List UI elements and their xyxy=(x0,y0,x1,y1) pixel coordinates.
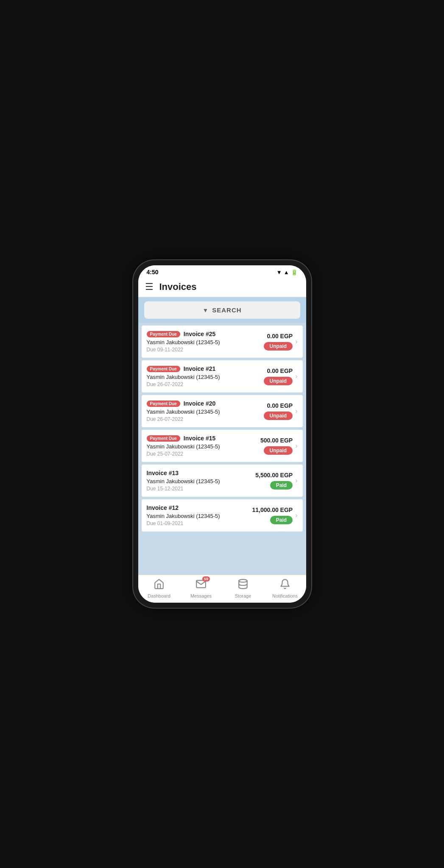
hamburger-menu-icon[interactable]: ☰ xyxy=(145,281,154,292)
invoice-title-row: Payment Due Invoice #15 xyxy=(147,435,246,442)
invoice-due: Due 01-09-2021 xyxy=(147,520,246,526)
messages-label: Messages xyxy=(190,593,212,598)
invoice-customer: Yasmin Jakubowski (12345-5) xyxy=(147,339,246,345)
invoice-card[interactable]: Invoice #13 Yasmin Jakubowski (12345-5) … xyxy=(142,465,303,497)
invoice-left: Invoice #13 Yasmin Jakubowski (12345-5) … xyxy=(147,470,246,492)
search-label: SEARCH xyxy=(212,306,241,314)
chevron-right-icon: › xyxy=(295,338,297,345)
phone-shell: 4:50 ▼ ▲ 🔋 ☰ Invoices ▼ SEARCH Payment D… xyxy=(133,260,311,608)
invoice-left: Payment Due Invoice #20 Yasmin Jakubowsk… xyxy=(147,400,246,422)
battery-icon: 🔋 xyxy=(291,269,298,275)
nav-badge: 59 xyxy=(202,576,210,581)
invoice-title-row: Payment Due Invoice #21 xyxy=(147,365,246,372)
invoice-right: 5,500.00 EGP Paid xyxy=(246,470,293,492)
notifications-icon-wrap xyxy=(279,579,290,592)
invoice-customer: Yasmin Jakubowski (12345-5) xyxy=(147,374,246,380)
payment-due-badge: Payment Due xyxy=(147,331,180,337)
bottom-nav: Dashboard 59 Messages Storage Notificati… xyxy=(138,575,306,603)
status-badge: Unpaid xyxy=(264,377,293,385)
messages-icon xyxy=(195,580,207,592)
phone-inner: 4:50 ▼ ▲ 🔋 ☰ Invoices ▼ SEARCH Payment D… xyxy=(138,265,306,603)
invoice-title-row: Payment Due Invoice #25 xyxy=(147,331,246,337)
wifi-icon: ▼ xyxy=(276,269,282,275)
dashboard-label: Dashboard xyxy=(148,593,170,598)
invoice-card[interactable]: Invoice #12 Yasmin Jakubowski (12345-5) … xyxy=(142,499,303,531)
invoice-amount: 0.00 EGP xyxy=(267,402,293,409)
invoice-card[interactable]: Payment Due Invoice #20 Yasmin Jakubowsk… xyxy=(142,395,303,427)
invoice-amount: 500.00 EGP xyxy=(260,437,293,444)
nav-item-messages[interactable]: 59 Messages xyxy=(180,579,222,598)
nav-item-notifications[interactable]: Notifications xyxy=(264,579,306,598)
invoice-title-row: Payment Due Invoice #20 xyxy=(147,400,246,407)
nav-item-dashboard[interactable]: Dashboard xyxy=(138,579,180,598)
messages-icon-wrap: 59 xyxy=(195,579,207,592)
payment-due-badge: Payment Due xyxy=(147,366,180,372)
invoice-right: 0.00 EGP Unpaid xyxy=(246,400,293,422)
invoice-number: Invoice #15 xyxy=(184,435,216,442)
invoice-customer: Yasmin Jakubowski (12345-5) xyxy=(147,513,246,519)
invoice-number: Invoice #13 xyxy=(147,470,179,476)
dashboard-icon xyxy=(154,580,165,592)
chevron-right-icon: › xyxy=(295,407,297,415)
payment-due-badge: Payment Due xyxy=(147,435,180,442)
page-title: Invoices xyxy=(159,281,197,292)
status-icons: ▼ ▲ 🔋 xyxy=(276,269,298,275)
invoice-card[interactable]: Payment Due Invoice #25 Yasmin Jakubowsk… xyxy=(142,326,303,358)
chevron-right-icon: › xyxy=(295,442,297,450)
invoice-customer: Yasmin Jakubowski (12345-5) xyxy=(147,478,246,484)
status-badge: Paid xyxy=(270,516,293,524)
invoice-number: Invoice #21 xyxy=(184,365,216,372)
invoice-left: Payment Due Invoice #21 Yasmin Jakubowsk… xyxy=(147,365,246,387)
invoice-right: 500.00 EGP Unpaid xyxy=(246,435,293,457)
dashboard-icon-wrap xyxy=(154,579,165,592)
invoice-customer: Yasmin Jakubowski (12345-5) xyxy=(147,409,246,415)
invoice-number: Invoice #12 xyxy=(147,504,179,511)
chevron-right-icon: › xyxy=(295,512,297,519)
invoice-title-row: Invoice #12 xyxy=(147,504,246,511)
svg-point-0 xyxy=(239,579,247,582)
chevron-right-icon: › xyxy=(295,477,297,484)
nav-item-storage[interactable]: Storage xyxy=(222,579,264,598)
invoice-number: Invoice #20 xyxy=(184,400,216,407)
invoice-left: Payment Due Invoice #15 Yasmin Jakubowsk… xyxy=(147,435,246,457)
search-button[interactable]: ▼ SEARCH xyxy=(144,301,300,319)
chevron-right-icon: › xyxy=(295,373,297,380)
payment-due-badge: Payment Due xyxy=(147,401,180,407)
invoice-card[interactable]: Payment Due Invoice #15 Yasmin Jakubowsk… xyxy=(142,430,303,462)
storage-icon xyxy=(237,580,249,592)
invoice-due: Due 26-07-2022 xyxy=(147,381,246,387)
invoice-amount: 0.00 EGP xyxy=(267,333,293,339)
invoice-due: Due 09-11-2022 xyxy=(147,347,246,353)
invoice-amount: 0.00 EGP xyxy=(267,367,293,374)
storage-label: Storage xyxy=(235,593,251,598)
top-bar: ☰ Invoices xyxy=(138,277,306,297)
storage-icon-wrap xyxy=(237,579,249,592)
invoice-left: Payment Due Invoice #25 Yasmin Jakubowsk… xyxy=(147,331,246,353)
invoice-amount: 11,000.00 EGP xyxy=(252,506,293,513)
signal-icon: ▲ xyxy=(284,269,289,275)
filter-icon: ▼ xyxy=(202,307,209,314)
status-badge: Paid xyxy=(270,481,293,490)
invoice-number: Invoice #25 xyxy=(184,331,216,337)
status-badge: Unpaid xyxy=(264,342,293,351)
invoice-right: 0.00 EGP Unpaid xyxy=(246,365,293,387)
invoice-left: Invoice #12 Yasmin Jakubowski (12345-5) … xyxy=(147,504,246,526)
invoice-title-row: Invoice #13 xyxy=(147,470,246,476)
search-container: ▼ SEARCH xyxy=(138,297,306,323)
status-bar: 4:50 ▼ ▲ 🔋 xyxy=(138,265,306,277)
invoice-due: Due 15-12-2021 xyxy=(147,486,246,492)
notifications-icon xyxy=(279,580,290,592)
status-time: 4:50 xyxy=(147,269,159,275)
invoice-amount: 5,500.00 EGP xyxy=(255,472,293,479)
invoice-right: 0.00 EGP Unpaid xyxy=(246,331,293,353)
invoice-card[interactable]: Payment Due Invoice #21 Yasmin Jakubowsk… xyxy=(142,360,303,392)
invoice-due: Due 25-07-2022 xyxy=(147,451,246,457)
invoice-due: Due 26-07-2022 xyxy=(147,416,246,422)
invoice-customer: Yasmin Jakubowski (12345-5) xyxy=(147,443,246,450)
invoice-right: 11,000.00 EGP Paid xyxy=(246,504,293,526)
notifications-label: Notifications xyxy=(272,593,298,598)
status-badge: Unpaid xyxy=(264,412,293,420)
status-badge: Unpaid xyxy=(264,446,293,455)
invoice-list: Payment Due Invoice #25 Yasmin Jakubowsk… xyxy=(138,323,306,575)
